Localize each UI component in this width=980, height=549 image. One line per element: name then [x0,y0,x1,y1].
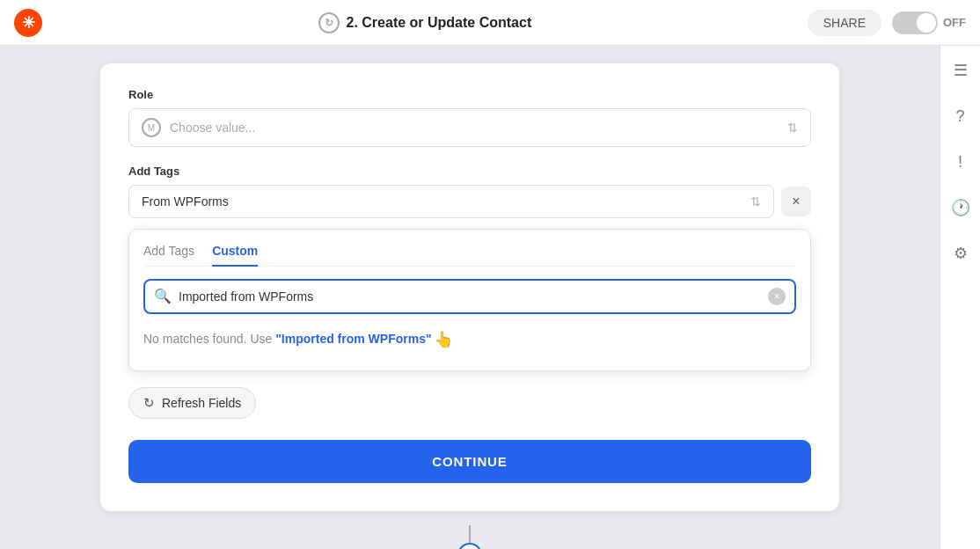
search-input-wrap: 🔍 × [143,279,796,314]
toggle-label: OFF [943,16,966,29]
tab-add-tags[interactable]: Add Tags [143,244,194,267]
tags-select-value: From WPForms [142,194,229,209]
alert-icon[interactable]: ! [947,148,975,176]
search-input[interactable] [179,281,761,312]
share-button[interactable]: SHARE [808,10,881,36]
tab-custom[interactable]: Custom [212,244,258,267]
refresh-fields-label: Refresh Fields [162,396,241,410]
role-arrows-icon: ⇅ [787,121,798,135]
main-content: Role M Choose value... ⇅ Add Tags From W… [0,46,940,549]
app-logo: ✳ [14,9,42,37]
add-step-button[interactable]: + [457,543,482,550]
page-title-text: 2. Create or Update Contact [347,15,532,31]
tags-close-button[interactable]: × [781,187,811,216]
dropdown-tabs: Add Tags Custom [143,244,796,267]
role-label: Role [128,88,811,101]
settings-icon[interactable]: ⚙ [947,239,975,267]
right-sidebar: ☰ ? ! 🕐 ⚙ [940,46,980,549]
refresh-icon: ↻ [143,395,155,411]
no-matches-prefix: No matches found. Use [143,331,275,345]
add-tags-label: Add Tags [128,165,811,178]
dropdown-panel: Add Tags Custom 🔍 × No matches found. Us… [128,229,811,371]
role-placeholder: Choose value... [170,121,255,135]
connector-line [469,525,471,543]
toggle-wrap: OFF [892,11,966,34]
refresh-fields-button[interactable]: ↻ Refresh Fields [128,387,256,419]
role-select[interactable]: M Choose value... ⇅ [128,108,811,147]
topbar-right: SHARE OFF [808,10,966,36]
menu-icon[interactable]: ☰ [947,56,975,84]
search-clear-button[interactable]: × [768,288,786,305]
clock-icon[interactable]: 🕐 [947,194,975,222]
card: Role M Choose value... ⇅ Add Tags From W… [100,63,839,511]
add-tags-row: From WPForms ⇅ × [128,185,811,218]
role-select-left: M Choose value... [142,118,255,137]
toggle-knob [917,13,936,33]
bottom-connector: + [457,525,482,550]
page-title: ↻ 2. Create or Update Contact [318,12,532,33]
step-icon: ↻ [318,12,340,33]
role-icon: M [142,118,161,137]
search-icon: 🔍 [154,288,172,304]
toggle-switch[interactable] [892,11,938,34]
tags-select[interactable]: From WPForms ⇅ [128,185,774,218]
continue-button[interactable]: CONTINUE [128,440,811,483]
topbar: ✳ ↻ 2. Create or Update Contact SHARE OF… [0,0,980,46]
no-matches-text: No matches found. Use "Imported from WPF… [143,326,796,356]
no-matches-link[interactable]: "Imported from WPForms" [275,331,431,345]
tags-arrows-icon: ⇅ [750,194,761,209]
help-icon[interactable]: ? [947,102,975,130]
cursor-icon: 👆 [434,330,453,349]
